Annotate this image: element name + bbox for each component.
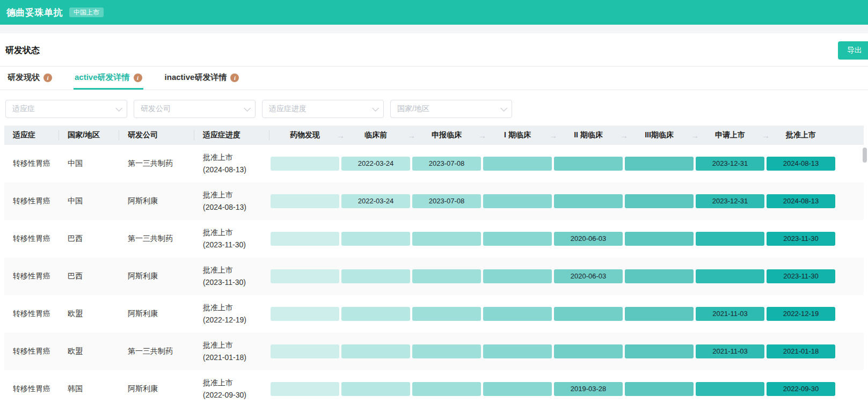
tab-rd-overview[interactable]: 研发现状 i — [6, 67, 53, 90]
stage-bar — [341, 382, 410, 396]
stage-cell — [340, 269, 411, 283]
indication-filter-select[interactable]: 适应症 — [5, 100, 127, 118]
progress-cell: 批准上市(2021-01-18) — [194, 339, 269, 364]
stage-cell: 2023-11-30 — [765, 232, 836, 246]
stage-cell — [624, 269, 695, 283]
company-filter-select[interactable]: 研发公司 — [134, 100, 256, 118]
select-placeholder: 研发公司 — [141, 104, 171, 114]
stage-bar: 2023-07-08 — [412, 157, 481, 171]
stage-cell — [695, 382, 765, 396]
stage-bar: 2023-11-30 — [767, 232, 835, 246]
progress-cell: 批准上市(2023-11-30) — [194, 226, 269, 251]
stage-bar: 2022-12-19 — [767, 307, 835, 321]
table-header-row: 适应症国家/地区研发公司适应症进度药物发现→临床前→申报临床→I 期临床→II … — [4, 126, 864, 145]
stage-column-header: 批准上市 — [765, 126, 836, 145]
stage-bar — [341, 344, 410, 358]
region-cell: 欧盟 — [59, 347, 119, 356]
stage-bar — [554, 194, 623, 208]
stage-bar — [625, 232, 694, 246]
tab-inactive-rd-details[interactable]: inactive研发详情 i — [164, 67, 240, 90]
progress-status: 批准上市 — [203, 189, 269, 201]
stage-column-header: III期临床→ — [624, 126, 695, 145]
table-row: 转移性胃癌韩国阿斯利康批准上市(2022-09-30)2019-03-28202… — [4, 370, 864, 408]
table-row: 转移性胃癌欧盟第一三共制药批准上市(2021-01-18)2021-11-032… — [4, 333, 864, 370]
stage-bar — [483, 232, 552, 246]
stage-cell: 2021-01-18 — [765, 344, 836, 358]
stage-bar — [625, 382, 694, 396]
stage-cell — [411, 344, 482, 358]
info-icon[interactable]: i — [134, 74, 142, 82]
stage-cell — [269, 344, 340, 358]
stage-bar — [625, 307, 694, 321]
tab-label: inactive研发详情 — [165, 72, 227, 83]
stage-cell: 2022-12-19 — [765, 307, 836, 321]
stage-bar: 2024-08-13 — [767, 194, 835, 208]
progress-date: (2023-11-30) — [203, 276, 269, 289]
indication-cell: 转移性胃癌 — [4, 196, 59, 206]
stage-bar — [412, 344, 481, 358]
stage-bar — [412, 307, 481, 321]
stage-bar — [696, 232, 764, 246]
table-row: 转移性胃癌巴西第一三共制药批准上市(2023-11-30)2020-06-032… — [4, 220, 864, 258]
region-cell: 中国 — [59, 159, 119, 168]
progress-status: 批准上市 — [203, 226, 269, 239]
stage-cell — [269, 382, 340, 396]
stage-bar: 2022-03-24 — [341, 157, 410, 171]
stage-bar: 2022-09-30 — [767, 382, 835, 396]
drug-title: 德曲妥珠单抗 — [6, 6, 63, 19]
stage-cell — [411, 232, 482, 246]
progress-cell: 批准上市(2024-08-13) — [194, 189, 269, 214]
region-filter-select[interactable]: 国家/地区 — [390, 100, 512, 118]
stage-column-header: 申请上市→ — [695, 126, 765, 145]
stage-cell — [269, 194, 340, 208]
stage-cell — [624, 344, 695, 358]
stage-bar — [696, 382, 764, 396]
indication-cell: 转移性胃癌 — [4, 309, 59, 319]
progress-date: (2023-11-30) — [203, 239, 269, 251]
tab-active-rd-details[interactable]: active研发详情 i — [74, 67, 143, 90]
stage-bar — [483, 382, 552, 396]
progress-date: (2024-08-13) — [203, 164, 269, 176]
stage-cell — [340, 307, 411, 321]
stage-cell — [411, 382, 482, 396]
select-placeholder: 适应症 — [12, 104, 35, 114]
stage-cell: 2020-06-03 — [553, 269, 624, 283]
indication-cell: 转移性胃癌 — [4, 271, 59, 281]
stage-bar — [625, 269, 694, 283]
filter-bar: 适应症 研发公司 适应症进度 国家/地区 — [0, 90, 868, 126]
company-cell: 阿斯利康 — [119, 309, 194, 319]
stage-bar — [696, 269, 764, 283]
stage-cell: 2021-11-03 — [695, 307, 765, 321]
stage-bar — [625, 194, 694, 208]
stage-column-header: I 期临床→ — [482, 126, 553, 145]
column-header: 研发公司 — [119, 126, 194, 145]
stage-arrow-icon: → — [691, 131, 699, 140]
progress-status: 批准上市 — [203, 339, 269, 351]
stage-arrow-icon: → — [620, 131, 628, 140]
progress-cell: 批准上市(2023-11-30) — [194, 264, 269, 289]
stage-cell: 2020-06-03 — [553, 232, 624, 246]
stage-cell — [553, 194, 624, 208]
export-button[interactable]: 导出 — [838, 41, 868, 60]
region-cell: 欧盟 — [59, 309, 119, 319]
info-icon[interactable]: i — [43, 74, 52, 82]
stage-cell — [269, 232, 340, 246]
stage-cell: 2022-09-30 — [765, 382, 836, 396]
region-cell: 韩国 — [59, 384, 119, 394]
stage-bar — [412, 269, 481, 283]
progress-filter-select[interactable]: 适应症进度 — [262, 100, 384, 118]
company-cell: 第一三共制药 — [119, 159, 194, 168]
stage-cell: 2023-12-31 — [695, 157, 765, 171]
vertical-scrollbar-thumb[interactable] — [863, 148, 867, 163]
stage-bar — [483, 269, 552, 283]
stage-bar — [341, 269, 410, 283]
stage-bar — [554, 307, 623, 321]
chevron-down-icon — [244, 105, 251, 112]
table-row: 转移性胃癌中国第一三共制药批准上市(2024-08-13)2022-03-242… — [4, 145, 864, 182]
stage-cell: 2022-03-24 — [340, 194, 411, 208]
indication-cell: 转移性胃癌 — [4, 159, 59, 168]
info-icon[interactable]: i — [230, 74, 239, 82]
stage-bar — [271, 157, 339, 171]
stage-bar: 2022-03-24 — [341, 194, 410, 208]
stage-cell — [624, 194, 695, 208]
